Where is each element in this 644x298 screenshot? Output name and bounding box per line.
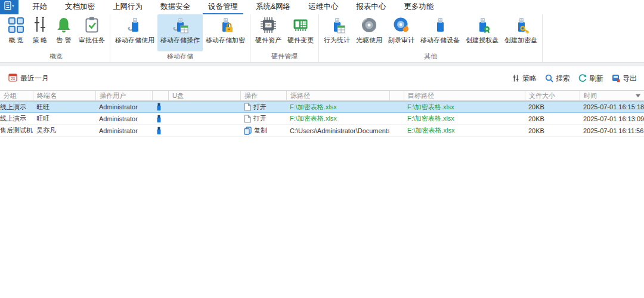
ribbon-item-label: 移动存储操作 [160, 36, 200, 45]
toolbar-button[interactable]: 搜索 [545, 73, 570, 84]
ribbon-item[interactable]: CPU硬件资产 [252, 14, 284, 51]
toolbar-button[interactable]: 策略 [512, 73, 537, 84]
ribbon-item[interactable]: 刻录审计 [385, 14, 417, 51]
app-menu-icon [4, 1, 15, 13]
ribbon-item-label: 概 览 [8, 36, 23, 45]
ribbon-item-label: 刻录审计 [388, 36, 414, 45]
ribbon-item[interactable]: 创建加密盘 [501, 14, 540, 51]
cell-file-size: 20KB [528, 103, 544, 110]
filter-toolbar: 23 最近一月 策略搜索刷新导出 [0, 66, 644, 90]
usb-small-icon [156, 127, 162, 135]
toolbar-button[interactable]: 导出 [612, 73, 637, 84]
cell-action: 打开 [253, 114, 267, 123]
ribbon-group-label: 概览 [4, 52, 108, 62]
ribbon-item-label: 创建授权盘 [466, 36, 499, 45]
disc-burn-icon [392, 16, 410, 34]
ribbon-item[interactable]: 硬件变更 [284, 14, 317, 51]
cell-group: 线上演示 [0, 103, 26, 112]
app-menu-button[interactable] [0, 0, 18, 14]
usb-stats-icon [328, 16, 346, 34]
menu-tab[interactable]: 设备管理 [203, 0, 243, 14]
ribbon-item-label: 行为统计 [324, 36, 350, 45]
ribbon-item[interactable]: 审批任务 [76, 14, 108, 51]
menu-tab[interactable]: 更多功能 [398, 0, 439, 14]
column-header[interactable]: 分组 [0, 91, 33, 100]
cell-time: 2025-07-01 16:13:09 [583, 115, 644, 122]
ribbon-item[interactable]: 告 警 [52, 14, 76, 51]
ribbon-item[interactable]: 移动存储使用 [112, 14, 157, 51]
cpu-chip-icon: CPU [259, 16, 277, 34]
column-header[interactable]: 终端名 [33, 91, 95, 100]
cell-target-path: F:\加密表格.xlsx [407, 103, 454, 112]
ribbon-item[interactable]: 策 略 [28, 14, 52, 51]
cell-target-path: F:\加密表格.xlsx [407, 114, 454, 123]
column-header[interactable]: 时间 [580, 91, 644, 100]
ribbon-item[interactable]: 光驱使用 [353, 14, 385, 51]
ribbon-item-label: 策 略 [32, 36, 47, 45]
toolbar-button[interactable]: 刷新 [578, 73, 603, 84]
usb-small-icon [156, 115, 162, 123]
column-header[interactable] [389, 91, 404, 100]
cell-target-path: E:\加密表格.xlsx [407, 126, 454, 135]
menu-tab[interactable]: 报表中心 [351, 0, 391, 14]
column-header[interactable]: 文件大小 [525, 91, 580, 100]
table-row[interactable]: 售后测试机吴亦凡Administrator复制C:\Users\Administ… [0, 125, 644, 137]
usb-table-icon [171, 16, 189, 34]
column-header[interactable]: 操作用户 [95, 91, 152, 100]
file-open-icon [244, 103, 251, 111]
cell-terminal: 吴亦凡 [36, 126, 56, 135]
ribbon-group: CPU硬件资产硬件变更硬件管理 [250, 14, 319, 62]
policy-sliders-icon [31, 16, 49, 34]
menu-tab[interactable]: 开始 [27, 0, 52, 14]
date-range-filter[interactable]: 23 最近一月 [8, 73, 49, 84]
ribbon-group: 概 览策 略告 警审批任务概览 [2, 14, 110, 62]
menu-tab[interactable]: 数据安全 [155, 0, 196, 14]
column-header[interactable]: 目标路径 [404, 91, 525, 100]
copy-icon [244, 127, 252, 135]
column-header[interactable] [152, 91, 168, 100]
table-row[interactable]: 线上演示旺旺Administrator打开F:\加密表格.xlsxF:\加密表格… [0, 101, 644, 113]
calendar-icon: 23 [8, 73, 17, 84]
hardware-board-icon [292, 16, 309, 34]
cell-source-path: C:\Users\Administrator\Documents\W... [290, 127, 389, 134]
disc-icon [360, 16, 378, 34]
usb-cable-icon [126, 16, 144, 34]
ribbon-group-label: 其他 [321, 52, 540, 62]
ribbon-item-label: 硬件资产 [255, 36, 281, 45]
menu-tab[interactable]: 文档加密 [60, 0, 100, 14]
cell-user: Administrator [99, 115, 138, 122]
export-icon [612, 74, 620, 82]
column-header[interactable]: 操作 [240, 91, 286, 100]
cell-terminal: 旺旺 [36, 114, 49, 123]
menu-tab[interactable]: 系统&网络 [250, 0, 296, 14]
toolbar-button-label: 刷新 [589, 73, 603, 84]
ribbon-item[interactable]: 移动存储加密 [203, 14, 248, 51]
column-header[interactable]: U盘 [168, 91, 240, 100]
usb-device-icon [431, 16, 449, 34]
menu-tab[interactable]: 上网行为 [107, 0, 148, 14]
cell-file-size: 20KB [528, 115, 544, 122]
ribbon-item[interactable]: 创建授权盘 [463, 14, 501, 51]
date-range-label: 最近一月 [20, 73, 49, 84]
ribbon-item-label: 光驱使用 [356, 36, 382, 45]
table-row[interactable]: 线上演示旺旺Administrator打开F:\加密表格.xlsxF:\加密表格… [0, 113, 644, 125]
approval-clipboard-icon [83, 16, 101, 34]
usb-key-icon [512, 16, 530, 34]
ribbon-item-label: 硬件变更 [287, 36, 314, 45]
table-header-row: 分组终端名操作用户U盘操作源路径目标路径文件大小时间 [0, 90, 644, 101]
ribbon-item[interactable]: 行为统计 [321, 14, 353, 51]
ribbon-item[interactable]: 移动存储设备 [417, 14, 463, 51]
cell-user: Administrator [99, 127, 138, 134]
usb-badge-icon [473, 16, 491, 34]
alert-bell-icon [55, 16, 73, 34]
menu-tab[interactable]: 运维中心 [303, 0, 343, 14]
column-header[interactable]: 源路径 [286, 91, 389, 100]
cell-source-path: F:\加密表格.xlsx [290, 114, 337, 123]
ribbon-item[interactable]: 移动存储操作 [157, 14, 203, 51]
ribbon-divider [0, 62, 644, 66]
cell-time: 2025-07-01 16:15:18 [583, 103, 644, 110]
sort-caret-icon[interactable] [636, 94, 640, 97]
ribbon-item[interactable]: 概 览 [4, 14, 28, 51]
ribbon-item-label: 移动存储加密 [206, 36, 245, 45]
app-window: 开始文档加密上网行为数据安全设备管理系统&网络运维中心报表中心更多功能 概 览策… [0, 0, 644, 298]
